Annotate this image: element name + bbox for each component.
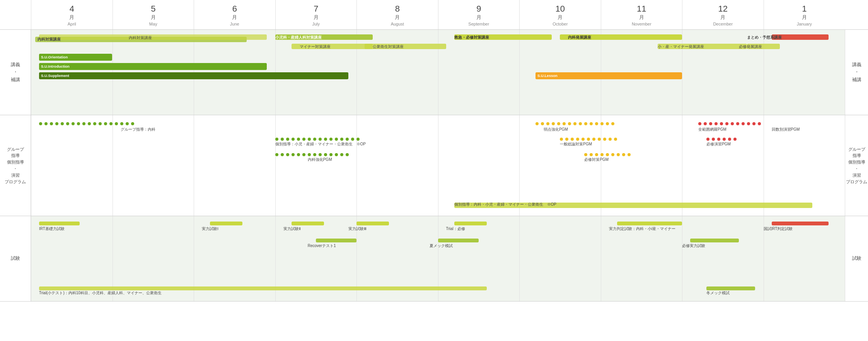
bar-jitsuryoku-2: [292, 222, 324, 225]
text-naika-hatten: 内科発展講座: [568, 35, 591, 40]
month-june: 6 月 June: [194, 0, 275, 29]
dots-green-2: [275, 138, 438, 141]
bar-su-intro: S.U.Introduction: [39, 63, 267, 70]
month-september: 9 月 September: [438, 0, 520, 29]
bar-jitsuryoku-hantei: [617, 222, 682, 225]
bar-natsu-mekku: [438, 239, 479, 242]
month-january: 1 月 January: [764, 0, 845, 29]
label-right-guidance: グループ指導個別指導・演習プログラム: [845, 115, 868, 216]
text-hisshu-hatten: 必修発展講座: [739, 44, 762, 49]
bar-recover: [316, 239, 356, 242]
text-trial-hisshu: Trial：必修: [446, 226, 465, 232]
dots-red-2: [706, 138, 763, 141]
section-exams: 試験 IRT基礎力試験 実力試験Ⅰ: [0, 216, 868, 302]
text-trial-ko: Trial(小テスト)：内科10科目、小児科、産婦人科、マイナー、公衆衛生: [39, 290, 162, 296]
bar-trial-hisshu: [454, 222, 487, 225]
text-fuyu-mekku: 冬メック模試: [706, 290, 730, 296]
text-hisshu-taisaku-pgm: 必修対策PGM: [584, 157, 609, 162]
text-recover: Recoverテスト1: [308, 243, 336, 249]
month-december: 12 月 December: [682, 0, 764, 29]
text-kaisubetsu: 回数別演習PGM: [772, 127, 800, 132]
month-may: 5 月 May: [113, 0, 194, 29]
text-koshu: 公衆衛生対策講座: [373, 44, 404, 49]
dots-yellow-3: [584, 153, 682, 156]
text-jakuten: 弱点強化PGM: [544, 127, 568, 132]
lectures-content: 内科対策講座 内科対策講座 小児科・産婦人科対策講座 救急・必修対策講座 内科発…: [31, 30, 845, 115]
page-wrapper: 4 月 April 5 月 May 6 月 June 7 月 July 8 月: [0, 0, 868, 341]
text-ippan-soran: 一般総論対策PGM: [560, 142, 592, 147]
label-lectures: 講義・補講: [0, 30, 31, 115]
text-kobetsu-1: 個別指導：小児・産婦・マイナー・公衆衛生 ※OP: [275, 142, 366, 147]
dots-yellow-1: [535, 122, 682, 125]
text-hisshu-jitsuryoku: 必修実力試験: [682, 243, 705, 249]
bar-naika-long: [39, 34, 267, 40]
bar-jitsuryoku-3: [356, 222, 389, 225]
label-right-lectures: 講義・補講: [845, 30, 868, 115]
text-sho-san-minor-hatten: 小・産・マイナー発展講座: [658, 44, 704, 49]
text-jitsuryoku-3: 実力試験Ⅲ: [348, 226, 367, 232]
month-november: 11 月 November: [601, 0, 682, 29]
header-label-spacer: [0, 0, 31, 29]
dots-red-1: [698, 122, 829, 125]
month-april: 4 月 April: [31, 0, 113, 29]
exams-content: IRT基礎力試験 実力試験Ⅰ 実力試験Ⅱ 実力試験Ⅲ Trial：必修 実力判定…: [31, 216, 845, 301]
header-row: 4 月 April 5 月 May 6 月 June 7 月 July 8 月: [0, 0, 868, 30]
dots-green-1: [39, 122, 234, 125]
text-jitsuryoku-hantei: 実力判定試験：内科・小/産・マイナー: [609, 226, 676, 232]
section-guidance: グループ指導個別指導・演習プログラム: [0, 115, 868, 216]
text-matome: まとめ・予想系講座: [747, 35, 782, 40]
text-jitsuryoku-2: 実力試験Ⅱ: [283, 226, 301, 232]
text-naika-kyoka: 内科強化PGM: [308, 157, 332, 162]
text-hisshu-enshu: 必修演習PGM: [706, 142, 731, 147]
text-jitsuryoku-1: 実力試験Ⅰ: [202, 226, 218, 232]
header-right-spacer: [845, 0, 868, 29]
text-syounika: 小児科・産婦人科対策講座: [275, 35, 322, 40]
bar-hisshu-jitsuryoku: [690, 239, 739, 242]
month-headers: 4 月 April 5 月 May 6 月 June 7 月 July 8 月: [31, 0, 845, 29]
text-kokushi-irt: 国試IRT判定試験: [764, 226, 793, 232]
label-guidance: グループ指導個別指導・演習プログラム: [0, 115, 31, 216]
bar-kokushi-irt: [772, 222, 829, 225]
bar-fuyu-mekku: [706, 286, 755, 290]
bar-su-lesson: S.U.Lesson: [535, 72, 682, 79]
text-kobetsu-bottom: 個別指導：内科・小児・産婦・マイナー・公衆衛生 ※OP: [454, 202, 556, 207]
text-zenhanoi: 全範囲網羅PGM: [698, 127, 726, 132]
guidance-content: グループ指導：内科 弱点強化PGM 全範囲網羅PGM 回数別演習PGM 個別指導…: [31, 115, 845, 216]
dots-yellow-2: [560, 138, 674, 141]
bar-trial-ko: [39, 286, 487, 290]
text-irt-kiso: IRT基礎力試験: [39, 226, 65, 232]
text-naika-taisaku: 内科対策講座: [129, 35, 152, 41]
text-group-naika: グループ指導：内科: [121, 127, 155, 132]
month-july: 7 月 July: [275, 0, 357, 29]
label-right-exams: 試験: [845, 216, 868, 301]
bar-su-orientation: S.U.Orientation: [39, 54, 112, 61]
section-lectures: 講義・補講 内科対策講座: [0, 30, 868, 115]
text-natsu-mekku: 夏メック模試: [430, 243, 453, 249]
bar-jitsuryoku-1: [210, 222, 242, 225]
month-august: 8 月 August: [356, 0, 438, 29]
bar-su-supplement: S.U.Supplement: [39, 72, 348, 79]
label-exams: 試験: [0, 216, 31, 301]
dots-green-3: [275, 153, 422, 156]
text-minor: マイナー対策講座: [300, 44, 331, 49]
bar-irt-kiso: [39, 222, 80, 225]
text-kyukyu: 救急・必修対策講座: [454, 35, 489, 40]
month-october: 10 月 October: [519, 0, 601, 29]
